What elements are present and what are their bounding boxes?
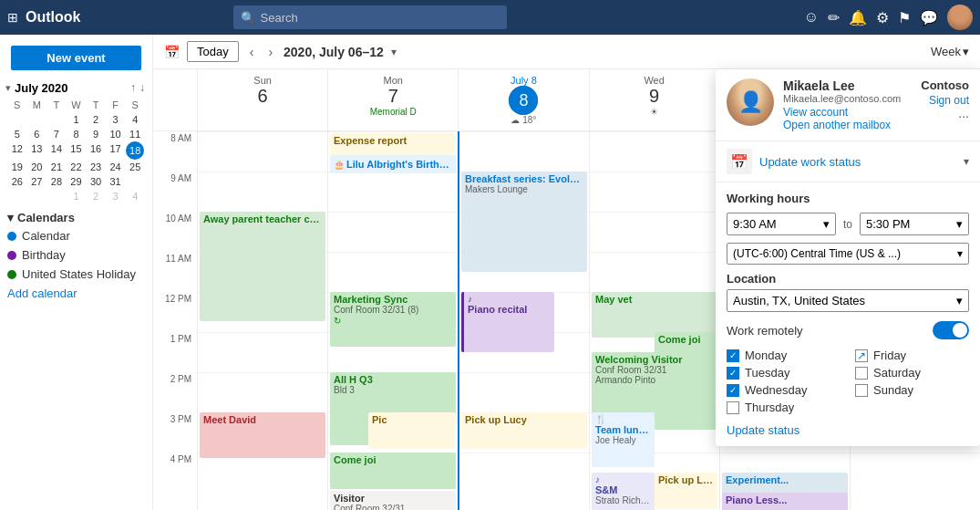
monday-checkbox[interactable] xyxy=(727,349,739,362)
toggle-knob xyxy=(953,323,967,338)
wednesday-checkbox[interactable] xyxy=(727,384,739,397)
timezone-select[interactable]: (UTC-6:00) Central Time (US & ...) ▾ xyxy=(727,243,969,265)
work-status-chevron-icon: ▾ xyxy=(964,155,969,168)
mini-cal-collapse-icon[interactable]: ▾ xyxy=(5,82,11,94)
event-piano-lesson[interactable]: Piano Less... xyxy=(722,493,848,510)
location-select[interactable]: Austin, TX, United States ▾ xyxy=(727,289,969,312)
day-row-thursday: Thursday xyxy=(727,401,841,414)
day-row-wednesday: Wednesday xyxy=(727,383,841,397)
profile-panel: 👤 Mikaela Lee Mikaela.lee@contoso.com Vi… xyxy=(716,69,980,446)
days-grid: Monday ↗ Friday Tuesday Saturday xyxy=(727,349,969,414)
wednesday-label: Wednesday xyxy=(745,383,807,397)
add-calendar-link[interactable]: Add calendar xyxy=(0,284,152,303)
next-week-button[interactable]: › xyxy=(264,43,276,61)
day-header-sun: Sun 6 xyxy=(197,69,327,130)
company-name: Contoso xyxy=(921,78,969,92)
search-bar[interactable]: 🔍 xyxy=(233,5,507,29)
top-bar: ⊞ Outlook 🔍 ☺ ✏ 🔔 ⚙ ⚑ 💬 xyxy=(0,0,980,35)
end-time-select[interactable]: 5:30 PM ▾ xyxy=(860,213,969,235)
prev-week-button[interactable]: ‹ xyxy=(246,43,258,61)
search-input[interactable] xyxy=(261,11,500,25)
profile-avatar: 👤 xyxy=(727,78,774,126)
sign-out-link[interactable]: Sign out xyxy=(929,94,969,107)
location-chevron-icon: ▾ xyxy=(956,294,963,307)
event-sm[interactable]: ♪ S&M Strato Richard... xyxy=(592,473,655,510)
event-pick-up-lucy-tue[interactable]: Pick up Lucy xyxy=(461,412,587,449)
calendar-dot-blue xyxy=(7,232,16,241)
tuesday-label: Tuesday xyxy=(745,366,789,380)
work-remotely-label: Work remotely xyxy=(727,324,933,338)
pen-icon[interactable]: ✏ xyxy=(828,9,840,26)
tuesday-checkbox[interactable] xyxy=(727,367,739,380)
grid-icon[interactable]: ⊞ xyxy=(7,10,18,25)
calendar-item-calendar[interactable]: Calendar xyxy=(0,226,152,245)
work-remotely-row: Work remotely xyxy=(727,321,969,339)
view-dropdown[interactable]: Week ▾ xyxy=(931,45,969,58)
calendar-item-birthday[interactable]: Birthday xyxy=(0,245,152,265)
view-label: Week xyxy=(931,45,961,58)
event-lilu-birthday[interactable]: 🎂Lilu Albright's Birthday xyxy=(330,155,456,173)
time-row: 9:30 AM ▾ to 5:30 PM ▾ xyxy=(727,213,969,235)
day-header-wed: Wed 9 ☀ xyxy=(589,69,719,130)
event-marketing-sync[interactable]: Marketing Sync Conf Room 32/31 (8) ↻ xyxy=(330,292,456,347)
end-time-value: 5:30 PM xyxy=(866,217,910,231)
end-time-chevron-icon: ▾ xyxy=(956,217,963,231)
sunday-checkbox[interactable] xyxy=(855,384,868,397)
event-may-vet[interactable]: May vet xyxy=(592,292,717,338)
day-col-sun: Away parent teacher conf Meet David xyxy=(197,131,327,510)
sidebar: New event ▾ July 2020 ↑ ↓ S M T W T F S xyxy=(0,35,153,510)
gear-icon[interactable]: ⚙ xyxy=(876,9,889,26)
calendar-icon: 📅 xyxy=(164,45,180,59)
friday-checkbox[interactable]: ↗ xyxy=(855,349,868,362)
chat-icon[interactable]: 💬 xyxy=(920,9,938,26)
update-status-button[interactable]: Update status xyxy=(727,423,969,437)
event-piano-recital[interactable]: ♪ Piano recital xyxy=(461,292,554,352)
mini-cal-grid: 1 2 3 4 5 6 7 8 9 10 11 12 13 14 15 16 1… xyxy=(7,112,145,203)
event-breakfast-series[interactable]: Breakfast series: Evolution of calendar … xyxy=(461,172,587,272)
main-layout: New event ▾ July 2020 ↑ ↓ S M T W T F S xyxy=(0,35,980,510)
header-gutter xyxy=(153,69,197,130)
event-team-lunch[interactable]: 🍴 Team lunch Seattle Joe Healy xyxy=(592,412,655,467)
mini-cal-header: ▾ July 2020 ↑ ↓ xyxy=(0,78,152,98)
calendar-item-us-holiday[interactable]: United States Holiday xyxy=(0,265,152,284)
new-event-button[interactable]: New event xyxy=(11,46,141,70)
event-pic[interactable]: Pic xyxy=(368,412,456,449)
timezone-chevron-icon: ▾ xyxy=(957,247,963,260)
panel-body: Working hours 9:30 AM ▾ to 5:30 PM ▾ (UT… xyxy=(716,182,980,446)
timezone-value: (UTC-6:00) Central Time (US & ...) xyxy=(733,247,901,260)
smiley-icon[interactable]: ☺ xyxy=(804,9,819,26)
mini-cal-next[interactable]: ↓ xyxy=(138,79,147,96)
calendars-section-header[interactable]: ▾ Calendars xyxy=(0,203,152,226)
mini-cal-prev[interactable]: ↑ xyxy=(129,79,138,96)
more-icon[interactable]: ··· xyxy=(958,109,969,123)
start-time-chevron-icon: ▾ xyxy=(823,217,830,231)
open-mailbox-link[interactable]: Open another mailbox xyxy=(783,119,901,131)
event-come-joi-mon[interactable]: Come joi xyxy=(330,453,456,489)
work-status-label: Update work status xyxy=(759,155,861,169)
day-header-mon: Mon 7 Memorial D xyxy=(327,69,458,130)
start-time-value: 9:30 AM xyxy=(733,217,777,231)
work-remotely-toggle[interactable] xyxy=(933,321,969,339)
avatar[interactable] xyxy=(947,5,973,30)
view-chevron-icon: ▾ xyxy=(963,45,969,58)
profile-name: Mikaela Lee xyxy=(783,78,901,93)
mini-cal-days-header: S M T W T F S xyxy=(7,98,145,112)
update-work-status[interactable]: 📅 Update work status ▾ xyxy=(716,141,980,182)
calendar-label-birthday: Birthday xyxy=(22,248,66,262)
view-account-link[interactable]: View account xyxy=(783,106,901,119)
event-expense-report[interactable]: Expense report xyxy=(330,133,456,155)
event-pick-up-lucy-wed[interactable]: Pick up Lucy xyxy=(655,473,717,509)
thursday-checkbox[interactable] xyxy=(727,401,739,414)
calendar-toolbar: 📅 Today ‹ › 2020, July 06–12 ▾ Week ▾ xyxy=(153,35,980,69)
start-time-select[interactable]: 9:30 AM ▾ xyxy=(727,213,836,235)
today-button[interactable]: Today xyxy=(187,41,239,62)
location-title: Location xyxy=(727,272,969,286)
event-visitor-mon[interactable]: Visitor Conf Room 32/31 xyxy=(330,491,456,510)
saturday-checkbox[interactable] xyxy=(855,367,868,380)
flag-icon[interactable]: ⚑ xyxy=(898,9,911,26)
event-away-parent[interactable]: Away parent teacher conf xyxy=(200,212,325,321)
chevron-date-icon[interactable]: ▾ xyxy=(391,46,397,58)
sunday-label: Sunday xyxy=(873,383,913,397)
bell-icon[interactable]: 🔔 xyxy=(849,9,867,26)
event-meet-david[interactable]: Meet David xyxy=(200,412,325,458)
